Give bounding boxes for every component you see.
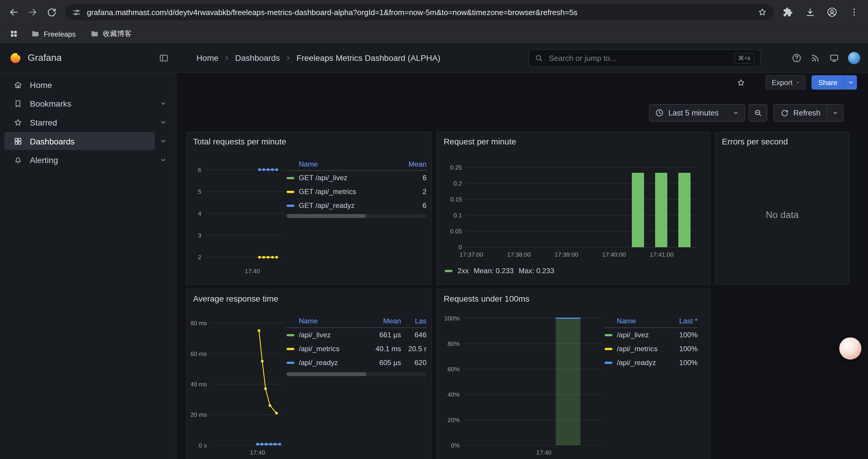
chevron-down-icon[interactable] <box>155 119 172 126</box>
bookmark-label: 收藏博客 <box>103 29 131 39</box>
downloads-icon <box>805 7 815 18</box>
panel-errors-per-second[interactable]: Errors per second No data <box>715 132 850 285</box>
chevron-down-icon[interactable] <box>155 137 172 145</box>
sidebar-item-bookmarks[interactable]: Bookmarks <box>4 95 155 112</box>
dock-sidebar-icon <box>159 53 169 63</box>
refresh-interval-button[interactable] <box>827 104 843 121</box>
legend-row[interactable]: /api/_metrics 40.1 ms 20.5 r <box>286 342 427 356</box>
user-avatar[interactable] <box>848 52 860 64</box>
panel-title[interactable]: Errors per second <box>715 132 849 146</box>
star-icon <box>736 78 745 87</box>
column-header-name[interactable]: Name <box>605 317 667 325</box>
svg-text:4: 4 <box>198 210 201 217</box>
legend-table: Name Mean Las /api/_livez 661 µs 646 /ap… <box>286 314 427 369</box>
series-color-indicator <box>286 204 294 206</box>
legend-row[interactable]: /api/_livez 661 µs 646 <box>286 328 427 342</box>
chevron-down-icon[interactable] <box>155 100 172 107</box>
share-menu-button[interactable] <box>844 75 857 90</box>
screen: grafana.mathmast.com/d/deytv4rwavabkb/fr… <box>0 0 868 459</box>
svg-text:3: 3 <box>198 232 201 239</box>
legend-row[interactable]: /api/_metrics 100% <box>605 342 698 356</box>
sidebar-item-label: Bookmarks <box>30 99 71 108</box>
column-header-last[interactable]: Las <box>401 317 427 325</box>
sidebar-item-home[interactable]: Home <box>4 76 172 94</box>
url-bar[interactable]: grafana.mathmast.com/d/deytv4rwavabkb/fr… <box>65 4 774 21</box>
svg-text:40 ms: 40 ms <box>191 381 207 388</box>
legend-row[interactable]: GET /api/_metrics 2 <box>286 185 427 198</box>
export-button[interactable]: Export <box>766 75 806 90</box>
browser-menu-button[interactable] <box>845 3 864 22</box>
browser-profile-button[interactable] <box>823 3 841 22</box>
column-header-last[interactable]: Last * <box>666 317 698 325</box>
breadcrumb-dashboards[interactable]: Dashboards <box>235 53 280 63</box>
floating-assistant-avatar[interactable] <box>839 337 862 359</box>
scrollbar-thumb[interactable] <box>286 372 366 376</box>
back-button[interactable] <box>4 3 23 22</box>
legend-scrollbar[interactable] <box>286 372 427 376</box>
panel-requests-per-minute[interactable]: Request per minute 0.250.20.150.10.05017… <box>436 132 710 285</box>
column-header-mean[interactable]: Mean <box>391 160 427 168</box>
legend-scrollbar[interactable] <box>286 214 427 218</box>
apps-shortcut-button[interactable] <box>6 27 21 41</box>
site-info-icon[interactable] <box>72 7 81 17</box>
share-button[interactable]: Share <box>812 75 844 90</box>
downloads-button[interactable] <box>801 3 819 22</box>
refresh-button[interactable]: Refresh <box>774 104 827 121</box>
column-header-name[interactable]: Name <box>286 160 391 168</box>
time-range-picker[interactable]: Last 5 minutes <box>649 104 745 122</box>
legend-row[interactable]: GET /api/_readyz 6 <box>286 198 427 212</box>
scrollbar-thumb[interactable] <box>286 214 366 218</box>
toggle-sidebar-button[interactable] <box>159 53 169 63</box>
forward-button[interactable] <box>23 3 42 22</box>
favorite-dashboard-button[interactable] <box>733 75 748 90</box>
zoom-out-time-button[interactable] <box>748 104 767 122</box>
series-name: GET /api/_livez <box>299 174 347 182</box>
search-input[interactable] <box>548 53 730 63</box>
series-color-indicator <box>445 270 452 272</box>
series-last: 100% <box>666 345 698 353</box>
series-color-indicator <box>605 334 613 336</box>
series-name[interactable]: 2xx <box>458 267 469 275</box>
legend-row[interactable]: /api/_readyz 605 µs 620 <box>286 356 427 369</box>
sidebar-row-dashboards: Dashboards <box>4 132 172 151</box>
legend-row[interactable]: /api/_livez 100% <box>605 328 698 342</box>
bookmark-item-freeleaps[interactable]: Freeleaps <box>27 28 80 40</box>
help-icon[interactable] <box>792 53 802 63</box>
svg-text:0.25: 0.25 <box>450 164 462 171</box>
extensions-button[interactable] <box>778 3 797 22</box>
legend-table: Name Mean GET /api/_livez 6 GET /api/_me… <box>286 157 427 212</box>
sidebar-item-alerting[interactable]: Alerting <box>4 151 155 169</box>
monitor-icon[interactable] <box>829 53 839 63</box>
legend-table-header: Name Last * <box>605 314 698 328</box>
column-header-name[interactable]: Name <box>286 317 366 325</box>
panel-title[interactable]: Average response time <box>186 289 432 303</box>
forward-icon <box>27 6 38 18</box>
search-box[interactable]: ⌘+k <box>528 49 761 67</box>
series-last: 20.5 r <box>401 345 427 353</box>
panel-under-100ms[interactable]: Requests under 100ms 100%80%60%40%20%0%1… <box>436 289 710 459</box>
panel-title[interactable]: Request per minute <box>437 132 710 146</box>
grafana-logo[interactable] <box>9 51 22 64</box>
panel-avg-response-time[interactable]: Average response time 80 ms60 ms40 ms20 … <box>186 289 432 459</box>
panel-total-requests[interactable]: Total requests per minute 6543217:40 Nam… <box>186 132 432 285</box>
sidebar-item-starred[interactable]: Starred <box>4 113 155 131</box>
sidebar-item-dashboards[interactable]: Dashboards <box>4 132 155 150</box>
svg-text:17:40:00: 17:40:00 <box>602 251 626 258</box>
reload-button[interactable] <box>42 3 61 22</box>
legend-row[interactable]: GET /api/_livez 6 <box>286 171 427 185</box>
nav-brand-section: Grafana <box>0 51 176 64</box>
column-header-mean[interactable]: Mean <box>366 317 401 325</box>
svg-text:17:41:00: 17:41:00 <box>650 251 673 258</box>
bookmark-item-blogs[interactable]: 收藏博客 <box>86 27 136 40</box>
breadcrumb-home[interactable]: Home <box>196 53 219 63</box>
sidebar-item-label: Dashboards <box>30 136 74 146</box>
legend-row[interactable]: /api/_readyz 100% <box>605 356 698 369</box>
panel-title[interactable]: Requests under 100ms <box>437 289 710 303</box>
avg-response-chart: 80 ms60 ms40 ms20 ms0 s17:40 <box>191 315 286 459</box>
chevron-down-icon <box>832 109 838 116</box>
svg-text:6: 6 <box>198 166 201 173</box>
bookmark-star-icon[interactable] <box>757 7 767 17</box>
news-rss-icon[interactable] <box>810 53 820 63</box>
panel-title[interactable]: Total requests per minute <box>186 132 432 146</box>
chevron-down-icon[interactable] <box>155 156 172 164</box>
